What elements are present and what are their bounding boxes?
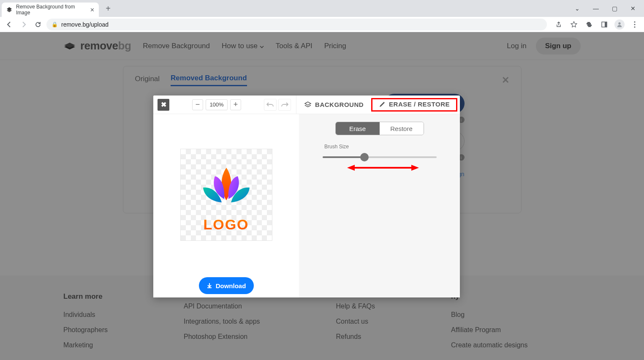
minimize-icon[interactable]: — xyxy=(591,5,601,12)
svg-rect-3 xyxy=(605,22,607,27)
mode-label: BACKGROUND xyxy=(315,101,364,108)
mode-tab-erase-restore[interactable]: ERASE / RESTORE xyxy=(371,98,457,112)
zoom-out-button[interactable]: − xyxy=(192,99,203,110)
annotation-arrow xyxy=(347,164,419,172)
svg-point-6 xyxy=(634,24,635,25)
extensions-icon[interactable] xyxy=(583,19,595,30)
tools-pane: Erase Restore Brush Size xyxy=(299,114,460,297)
forward-button[interactable] xyxy=(18,19,30,30)
star-icon[interactable] xyxy=(568,19,580,30)
editor-toolbar: ✖ − + BACKGROUND ERASE / RESTORE xyxy=(153,95,460,114)
brush-icon xyxy=(379,101,386,108)
segment-restore[interactable]: Restore xyxy=(380,122,424,135)
svg-point-5 xyxy=(634,21,635,22)
sidepanel-icon[interactable] xyxy=(598,19,610,30)
undo-button[interactable] xyxy=(264,99,277,111)
address-bar: 🔒 remove.bg/upload xyxy=(0,17,644,32)
active-tab[interactable]: Remove Background from Image ✕ xyxy=(2,3,99,17)
kebab-menu-icon[interactable] xyxy=(629,19,641,30)
zoom-controls: − + xyxy=(192,99,241,110)
chevron-down-icon[interactable]: ⌄ xyxy=(572,5,582,12)
back-button[interactable] xyxy=(3,19,15,30)
segment-erase[interactable]: Erase xyxy=(336,122,380,135)
svg-marker-1 xyxy=(7,7,12,11)
svg-marker-12 xyxy=(347,165,355,171)
tab-title: Remove Background from Image xyxy=(16,4,87,16)
reload-button[interactable] xyxy=(32,19,44,30)
logo-word: LOGO xyxy=(203,216,249,233)
svg-marker-13 xyxy=(411,165,419,171)
download-icon xyxy=(207,283,212,289)
layers-icon xyxy=(304,101,312,109)
browser-tab-strip: Remove Background from Image ✕ + ⌄ — ▢ ✕ xyxy=(0,0,644,17)
new-tab-button[interactable]: + xyxy=(102,3,114,14)
favicon-icon xyxy=(6,6,13,13)
svg-marker-10 xyxy=(305,102,311,105)
url-text: remove.bg/upload xyxy=(61,21,109,28)
zoom-in-button[interactable]: + xyxy=(230,99,241,110)
svg-point-4 xyxy=(618,22,620,24)
mode-tab-background[interactable]: BACKGROUND xyxy=(296,95,371,114)
share-icon[interactable] xyxy=(553,19,565,30)
editor-close-button[interactable]: ✖ xyxy=(158,99,169,111)
tab-close-icon[interactable]: ✕ xyxy=(90,7,95,13)
lock-icon: 🔒 xyxy=(52,22,58,27)
brush-size-label: Brush Size xyxy=(324,144,451,150)
editor-modal: ✖ − + BACKGROUND ERASE / RESTORE xyxy=(153,95,460,297)
svg-point-7 xyxy=(634,26,635,27)
slider-thumb[interactable] xyxy=(360,153,369,161)
erase-restore-toggle: Erase Restore xyxy=(335,122,424,135)
transparent-canvas[interactable]: LOGO xyxy=(180,149,272,241)
zoom-input[interactable] xyxy=(206,99,228,110)
mode-label: ERASE / RESTORE xyxy=(389,101,450,108)
window-controls: ⌄ — ▢ ✕ xyxy=(572,5,642,12)
brush-size-slider[interactable] xyxy=(323,152,437,162)
url-field[interactable]: 🔒 remove.bg/upload xyxy=(46,19,547,30)
canvas-pane: LOGO Download xyxy=(153,114,299,297)
slider-fill xyxy=(323,156,363,158)
maximize-icon[interactable]: ▢ xyxy=(609,5,620,12)
sample-image xyxy=(195,164,258,207)
redo-button[interactable] xyxy=(278,99,291,111)
download-button[interactable]: Download xyxy=(199,277,254,294)
close-window-icon[interactable]: ✕ xyxy=(628,5,638,12)
profile-avatar[interactable] xyxy=(614,19,625,30)
download-label: Download xyxy=(216,282,246,289)
history-controls xyxy=(264,99,291,111)
